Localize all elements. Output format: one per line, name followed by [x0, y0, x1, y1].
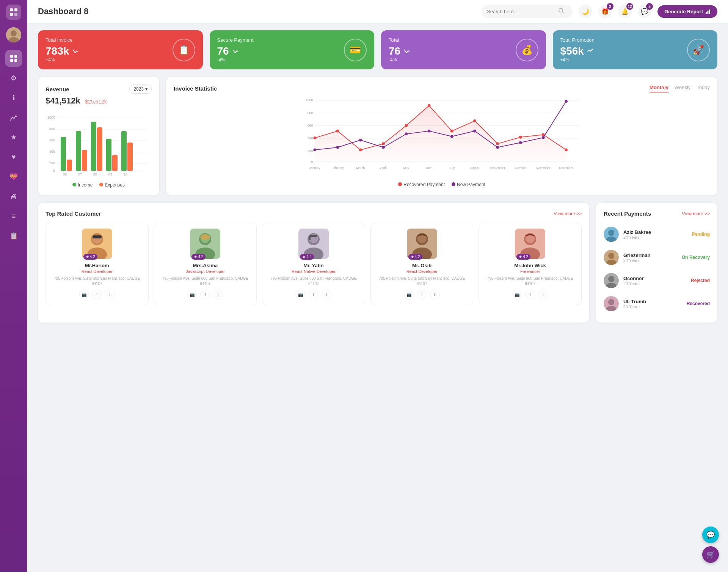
customer-section-header: Top Rated Customer View more >>: [46, 210, 582, 217]
twitter-icon-0[interactable]: t: [105, 290, 115, 299]
svg-rect-38: [112, 155, 118, 171]
svg-point-60: [405, 124, 408, 127]
svg-rect-28: [61, 137, 66, 171]
customer-role-1: Javascript Developer: [158, 269, 253, 274]
svg-point-69: [336, 146, 339, 149]
year-selector[interactable]: 2023 ▾: [129, 85, 152, 94]
customer-card-2: ★ 4.2 Mr. Yatin React Native Developer 7…: [262, 223, 365, 305]
customer-photo-0: ★ 4.2: [82, 229, 112, 259]
page-body: Total invoice 783k +4% 📋 Secure Payment …: [27, 23, 728, 330]
sidebar-item-info[interactable]: ℹ: [5, 89, 22, 106]
svg-text:06: 06: [63, 172, 67, 176]
sidebar-item-dashboard[interactable]: [5, 50, 22, 67]
instagram-icon-1[interactable]: 📷: [187, 290, 197, 299]
svg-rect-105: [310, 235, 317, 237]
rating-badge-2: ★ 4.2: [300, 254, 314, 260]
svg-text:08: 08: [93, 172, 97, 176]
svg-rect-34: [91, 122, 96, 171]
customer-name-4: Mr.John Wick: [483, 263, 577, 268]
gifts-badge: 2: [607, 3, 613, 10]
twitter-icon-1[interactable]: t: [213, 290, 223, 299]
revenue-sub-value: $25,612k: [85, 99, 107, 105]
stat-label-2: Total: [389, 37, 410, 43]
payments-view-more[interactable]: View more >>: [682, 211, 710, 216]
payment-age-1: 24 Years: [623, 258, 677, 263]
sidebar-item-settings[interactable]: ⚙: [5, 70, 22, 86]
instagram-icon-2[interactable]: 📷: [296, 290, 306, 299]
instagram-icon-3[interactable]: 📷: [404, 290, 414, 299]
customer-card-4: ★ 4.2 Mr.John Wick Freelancer 795 Folsom…: [479, 223, 582, 305]
revenue-title: Revenue: [46, 86, 69, 92]
sidebar-item-print[interactable]: 🖨: [5, 188, 22, 205]
payment-avatar-0: [604, 227, 619, 242]
svg-rect-37: [106, 139, 111, 171]
search-bar[interactable]: [482, 5, 573, 18]
search-input[interactable]: [487, 9, 555, 14]
invoice-tabs: Monthly Weekly Today: [650, 85, 710, 92]
gifts-btn[interactable]: 🎁 2: [598, 5, 612, 18]
svg-rect-2: [10, 13, 13, 16]
svg-text:October: October: [515, 166, 526, 170]
sidebar-item-analytics[interactable]: [5, 109, 22, 126]
customer-role-4: Freelancer: [483, 269, 577, 274]
customer-grid: ★ 4.2 Mr.Hariom React Developer 795 Fols…: [46, 223, 582, 305]
main-content: Dashboard 8 🌙 🎁 2 🔔 12 💬 5 Generate Repo…: [27, 0, 728, 572]
sidebar-item-likes[interactable]: ♥: [5, 149, 22, 165]
svg-text:March: March: [356, 166, 365, 170]
instagram-icon-4[interactable]: 📷: [512, 290, 522, 299]
svg-text:June: June: [426, 166, 433, 170]
svg-text:10: 10: [124, 172, 127, 176]
payment-item-0: Aziz Bakree 24 Years Pending: [604, 223, 710, 246]
svg-text:November: November: [536, 166, 551, 170]
stat-card-total-promotion: Total Promotion $56k +4% 🚀: [553, 30, 718, 69]
facebook-icon-3[interactable]: f: [417, 290, 427, 299]
notifications-btn[interactable]: 🔔 12: [618, 5, 632, 18]
stat-value-1: 76: [217, 45, 254, 57]
twitter-icon-4[interactable]: t: [538, 290, 548, 299]
facebook-icon-4[interactable]: f: [525, 290, 535, 299]
generate-report-button[interactable]: Generate Report: [657, 5, 717, 18]
tab-today[interactable]: Today: [697, 85, 710, 92]
sidebar-logo[interactable]: [6, 5, 21, 20]
svg-point-72: [405, 132, 408, 135]
facebook-icon-1[interactable]: f: [200, 290, 210, 299]
customer-card-3: ★ 4.2 Mr. Osib React Developer 795 Folso…: [370, 223, 474, 305]
notifications-badge: 12: [626, 3, 633, 10]
svg-point-74: [450, 135, 453, 138]
payment-info-1: Griezerman 24 Years: [623, 252, 677, 263]
stat-label-1: Secure Payment: [217, 37, 254, 43]
theme-toggle-btn[interactable]: 🌙: [579, 5, 592, 18]
support-float-btn[interactable]: 💬: [702, 527, 719, 543]
tab-monthly[interactable]: Monthly: [650, 85, 668, 92]
svg-point-125: [608, 299, 614, 305]
twitter-icon-3[interactable]: t: [430, 290, 440, 299]
svg-point-61: [428, 104, 431, 107]
sidebar-item-reports[interactable]: 📋: [5, 227, 22, 244]
cart-float-btn[interactable]: 🛒: [702, 546, 719, 563]
bottom-row: Top Rated Customer View more >>: [38, 203, 717, 323]
svg-point-63: [473, 119, 476, 122]
messages-btn[interactable]: 💬 5: [638, 5, 651, 18]
twitter-icon-2[interactable]: t: [322, 290, 331, 299]
svg-point-77: [519, 141, 522, 144]
social-links-0: 📷 f t: [50, 290, 144, 299]
svg-text:1000: 1000: [47, 116, 55, 119]
revenue-bar-chart: 1000 800 600 400 200 0 06 07: [46, 110, 152, 179]
sidebar-item-saved[interactable]: 💝: [5, 168, 22, 185]
customer-card-0: ★ 4.2 Mr.Hariom React Developer 795 Fols…: [46, 223, 149, 305]
svg-point-64: [496, 142, 499, 145]
sidebar-item-favorites[interactable]: ★: [5, 129, 22, 146]
svg-text:200: 200: [308, 149, 313, 153]
facebook-icon-2[interactable]: f: [309, 290, 318, 299]
customer-card-1: ★ 4.2 Mrs.Asima Javascript Developer 795…: [154, 223, 257, 305]
rating-badge-4: ★ 4.2: [516, 254, 530, 260]
customer-view-more[interactable]: View more >>: [554, 211, 582, 216]
instagram-icon-0[interactable]: 📷: [79, 290, 89, 299]
avatar[interactable]: [6, 27, 21, 42]
tab-weekly[interactable]: Weekly: [675, 85, 690, 92]
payments-section-title: Recent Payments: [604, 210, 651, 217]
facebook-icon-0[interactable]: f: [92, 290, 102, 299]
svg-point-122: [608, 276, 614, 282]
svg-point-119: [608, 253, 614, 259]
sidebar-item-menu[interactable]: ≡: [5, 208, 22, 224]
